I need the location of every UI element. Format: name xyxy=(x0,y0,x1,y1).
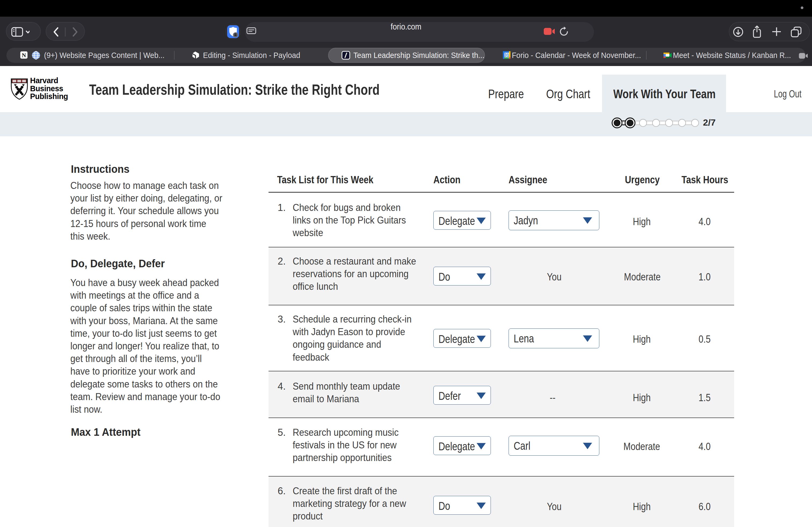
svg-text:N: N xyxy=(22,52,26,59)
svg-text:31: 31 xyxy=(504,53,509,57)
